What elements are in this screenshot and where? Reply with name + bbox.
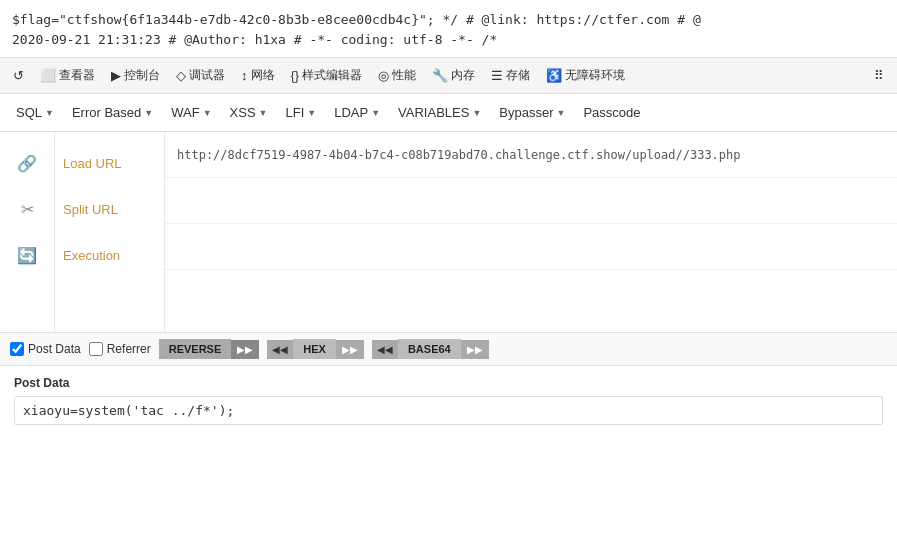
sqli-waf-arrow: ▼ — [203, 108, 212, 118]
referrer-checkbox[interactable] — [89, 342, 103, 356]
sqli-waf-label: WAF — [171, 105, 199, 120]
sqli-waf-button[interactable]: WAF ▼ — [163, 101, 219, 124]
browser-toolbar: ↺ ⬜ 查看器 ▶ 控制台 ◇ 调试器 ↕ 网络 {} 样式编辑器 ◎ 性能 🔧… — [0, 58, 897, 94]
sqli-xss-arrow: ▼ — [259, 108, 268, 118]
hex-right-arrow-button[interactable]: ▶▶ — [336, 340, 364, 359]
toolbar-console[interactable]: ▶ 控制台 — [106, 65, 165, 86]
sqli-error-based-button[interactable]: Error Based ▼ — [64, 101, 161, 124]
sqli-sql-arrow: ▼ — [45, 108, 54, 118]
sqli-lfi-arrow: ▼ — [307, 108, 316, 118]
back-icon: ↺ — [13, 68, 24, 83]
toolbar-storage[interactable]: ☰ 存储 — [486, 65, 535, 86]
sqli-xss-label: XSS — [230, 105, 256, 120]
toolbar-accessibility[interactable]: ♿ 无障碍环境 — [541, 65, 630, 86]
hex-btn-group: ◀◀ HEX ▶▶ — [267, 339, 364, 359]
sqli-variables-button[interactable]: VARIABLES ▼ — [390, 101, 489, 124]
refresh-icon: 🔄 — [17, 246, 37, 265]
post-data-checkbox[interactable] — [10, 342, 24, 356]
sqli-ldap-label: LDAP — [334, 105, 368, 120]
reverse-label: REVERSE — [169, 343, 222, 355]
sqli-error-based-arrow: ▼ — [144, 108, 153, 118]
toolbar-back[interactable]: ↺ — [8, 66, 29, 85]
action-labels: Load URL Split URL Execution — [55, 132, 165, 332]
url-value: http://8dcf7519-4987-4b04-b7c4-c08b719ab… — [177, 148, 741, 162]
debugger-icon: ◇ — [176, 68, 186, 83]
encode-toolbar: Post Data Referrer REVERSE ▶▶ ◀◀ HEX ▶▶ … — [0, 332, 897, 366]
network-icon: ↕ — [241, 68, 248, 83]
load-url-label[interactable]: Load URL — [55, 140, 164, 186]
split-url-label[interactable]: Split URL — [55, 186, 164, 232]
url-area: http://8dcf7519-4987-4b04-b7c4-c08b719ab… — [165, 132, 897, 332]
load-url-icon-btn[interactable]: 🔗 — [0, 140, 54, 186]
toolbar-memory[interactable]: 🔧 内存 — [427, 65, 480, 86]
console-label: 控制台 — [124, 67, 160, 84]
sqli-sql-button[interactable]: SQL ▼ — [8, 101, 62, 124]
main-content: 🔗 ✂ 🔄 Load URL Split URL Execution http:… — [0, 132, 897, 332]
style-editor-icon: {} — [291, 68, 300, 83]
sqli-error-based-label: Error Based — [72, 105, 141, 120]
sqli-passcode-label: Passcode — [583, 105, 640, 120]
sqli-bypasser-button[interactable]: Bypasser ▼ — [491, 101, 573, 124]
sqli-sql-label: SQL — [16, 105, 42, 120]
sqli-ldap-arrow: ▼ — [371, 108, 380, 118]
toolbar-inspector[interactable]: ⬜ 查看器 — [35, 65, 100, 86]
link-icon: 🔗 — [17, 154, 37, 173]
storage-icon: ☰ — [491, 68, 503, 83]
sqli-variables-arrow: ▼ — [472, 108, 481, 118]
debugger-label: 调试器 — [189, 67, 225, 84]
accessibility-label: 无障碍环境 — [565, 67, 625, 84]
sqli-variables-label: VARIABLES — [398, 105, 469, 120]
execution-icon-btn[interactable]: 🔄 — [0, 232, 54, 278]
reverse-arrow-button[interactable]: ▶▶ — [231, 340, 259, 359]
base64-left-arrow-button[interactable]: ◀◀ — [372, 340, 398, 359]
left-sidebar: 🔗 ✂ 🔄 — [0, 132, 55, 332]
accessibility-icon: ♿ — [546, 68, 562, 83]
base64-btn-group: ◀◀ BASE64 ▶▶ — [372, 339, 489, 359]
post-data-check-group: Post Data — [10, 342, 81, 356]
sqli-passcode-button[interactable]: Passcode — [575, 101, 648, 124]
execution-row — [165, 224, 897, 270]
code-line-1: $flag="ctfshow{6f1a344b-e7db-42c0-8b3b-e… — [12, 10, 885, 30]
split-url-row — [165, 178, 897, 224]
base64-label: BASE64 — [408, 343, 451, 355]
inspector-icon: ⬜ — [40, 68, 56, 83]
network-label: 网络 — [251, 67, 275, 84]
storage-label: 存储 — [506, 67, 530, 84]
base64-right-arrow-button[interactable]: ▶▶ — [461, 340, 489, 359]
toolbar-debugger[interactable]: ◇ 调试器 — [171, 65, 230, 86]
style-editor-label: 样式编辑器 — [302, 67, 362, 84]
performance-label: 性能 — [392, 67, 416, 84]
post-data-checkbox-label: Post Data — [28, 342, 81, 356]
sqli-bypasser-label: Bypasser — [499, 105, 553, 120]
code-line-2: 2020-09-21 21:31:23 # @Author: h1xa # -*… — [12, 30, 885, 50]
scissors-icon: ✂ — [21, 200, 34, 219]
sqli-toolbar: SQL ▼ Error Based ▼ WAF ▼ XSS ▼ LFI ▼ LD… — [0, 94, 897, 132]
toolbar-network[interactable]: ↕ 网络 — [236, 65, 280, 86]
sqli-bypasser-arrow: ▼ — [557, 108, 566, 118]
sqli-lfi-label: LFI — [286, 105, 305, 120]
hex-left-arrow-button[interactable]: ◀◀ — [267, 340, 293, 359]
reverse-button[interactable]: REVERSE — [159, 339, 232, 359]
hex-button[interactable]: HEX — [293, 339, 336, 359]
performance-icon: ◎ — [378, 68, 389, 83]
execution-label[interactable]: Execution — [55, 232, 164, 278]
sqli-ldap-button[interactable]: LDAP ▼ — [326, 101, 388, 124]
code-header: $flag="ctfshow{6f1a344b-e7db-42c0-8b3b-e… — [0, 0, 897, 58]
base64-button[interactable]: BASE64 — [398, 339, 461, 359]
console-icon: ▶ — [111, 68, 121, 83]
referrer-checkbox-label: Referrer — [107, 342, 151, 356]
memory-label: 内存 — [451, 67, 475, 84]
memory-icon: 🔧 — [432, 68, 448, 83]
hex-label: HEX — [303, 343, 326, 355]
sqli-lfi-button[interactable]: LFI ▼ — [278, 101, 325, 124]
post-data-section: Post Data — [0, 366, 897, 435]
split-url-icon-btn[interactable]: ✂ — [0, 186, 54, 232]
reverse-btn-group: REVERSE ▶▶ — [159, 339, 260, 359]
toolbar-performance[interactable]: ◎ 性能 — [373, 65, 421, 86]
url-display-row: http://8dcf7519-4987-4b04-b7c4-c08b719ab… — [165, 132, 897, 178]
sqli-xss-button[interactable]: XSS ▼ — [222, 101, 276, 124]
post-data-input[interactable] — [14, 396, 883, 425]
toolbar-grid[interactable]: ⠿ — [869, 66, 889, 85]
toolbar-style-editor[interactable]: {} 样式编辑器 — [286, 65, 368, 86]
post-data-title: Post Data — [14, 376, 883, 390]
